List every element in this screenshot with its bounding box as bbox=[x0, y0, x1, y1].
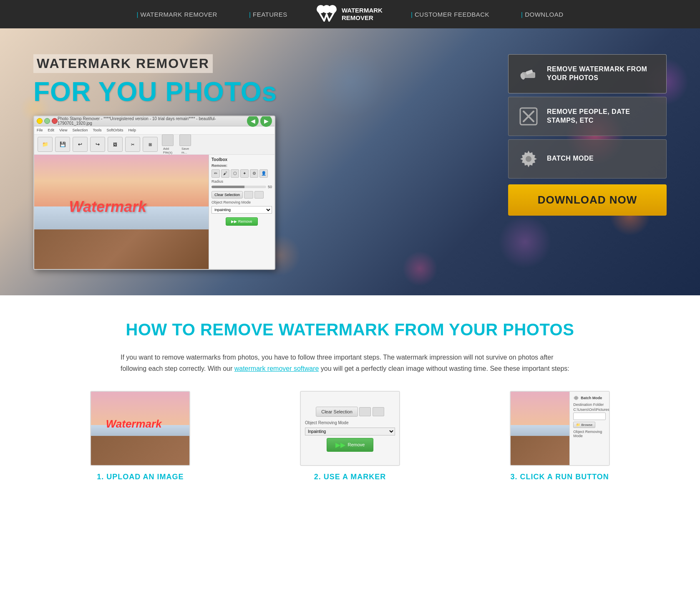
step2-icons-row bbox=[359, 407, 384, 416]
how-to-section: HOW TO REMOVE WATERMARK FROM YOUR PHOTOS… bbox=[0, 295, 700, 502]
toolbox-icon-btn2[interactable] bbox=[254, 191, 264, 199]
menu-tools[interactable]: Tools bbox=[93, 128, 101, 132]
app-titlebar: Photo Stamp Remover - ****Unregistered v… bbox=[34, 116, 274, 126]
toolbar-remove[interactable]: ✂ bbox=[125, 137, 140, 152]
step2-run-btn[interactable]: ▶▶ Remove bbox=[327, 438, 374, 452]
toolbar-save-as[interactable]: Savem... bbox=[178, 134, 193, 154]
feature-card-batch-mode[interactable]: BATCH MODE bbox=[508, 139, 667, 179]
app-screenshot: Photo Stamp Remover - ****Unregistered v… bbox=[33, 116, 275, 270]
toolbar-batch[interactable]: ⊞ bbox=[143, 137, 158, 152]
svg-point-10 bbox=[526, 156, 531, 162]
toolbox-btns-row: Clear Selection bbox=[212, 191, 272, 199]
browse-btn[interactable]: 📁 Browse bbox=[573, 422, 595, 428]
step2-btns-row: Clear Selection bbox=[316, 407, 384, 417]
radius-slider[interactable] bbox=[212, 186, 266, 188]
save-as-label: Savem... bbox=[181, 147, 189, 154]
run-arrow: ▶▶ bbox=[335, 441, 345, 449]
win-minimize[interactable] bbox=[37, 118, 43, 124]
toolbox-icon-btn1[interactable] bbox=[244, 191, 253, 199]
toolbar-add-files[interactable]: AddFile(s) bbox=[160, 134, 175, 154]
tool-brush[interactable]: 🖌 bbox=[221, 169, 229, 178]
menu-softorbits[interactable]: SoftOrbits bbox=[106, 128, 123, 132]
remove-btn[interactable]: ▶▶ Remove bbox=[226, 217, 257, 226]
feature-card-remove-watermark[interactable]: REMOVE WATERMARK FROMYOUR PHOTOS bbox=[508, 54, 667, 93]
step2-select[interactable]: Inpainting bbox=[305, 428, 395, 435]
logo-text: WATERMARK REMOVER bbox=[342, 7, 383, 22]
hero-title-small: WATERMARK REMOVER bbox=[33, 54, 213, 73]
step-2-label: 2. USE A MARKER bbox=[314, 473, 386, 481]
step3-photo bbox=[511, 392, 570, 465]
watermark-overlay: Watermark bbox=[69, 198, 146, 216]
step-3-label: 3. CLICK A RUN BUTTON bbox=[511, 473, 609, 481]
clear-selection-btn[interactable]: Clear Selection bbox=[212, 191, 243, 199]
hero-section: WATERMARK REMOVER FOR YOU PHOTOs Photo S… bbox=[0, 28, 700, 295]
step2-icon2 bbox=[373, 407, 384, 416]
menu-edit[interactable]: Edit bbox=[48, 128, 55, 132]
step1-rocks bbox=[91, 436, 189, 465]
toolbox-radius-row: 50 bbox=[212, 184, 272, 190]
win-maximize[interactable] bbox=[44, 118, 50, 124]
feature-text-remove-watermark: REMOVE WATERMARK FROMYOUR PHOTOS bbox=[547, 65, 647, 83]
tool-settings[interactable]: ⚙ bbox=[250, 169, 258, 178]
nav-features[interactable]: FEATURES bbox=[246, 9, 291, 20]
step2-obj-label: Object Removing Mode bbox=[305, 420, 349, 425]
hero-left: WATERMARK REMOVER FOR YOU PHOTOs Photo S… bbox=[33, 54, 483, 270]
dest-folder-path: C:\Users\Oni\Pictures bbox=[573, 408, 605, 412]
feature-text-batch-mode: BATCH MODE bbox=[547, 154, 594, 163]
step3-water bbox=[511, 425, 570, 436]
nav-download[interactable]: DOWNLOAD bbox=[518, 9, 567, 20]
canvas-rocks bbox=[34, 229, 209, 270]
menu-view[interactable]: View bbox=[59, 128, 67, 132]
app-toolbar: 📁 💾 ↩ ↪ 🖼 ✂ ⊞ AddFile(s) Savem... bbox=[34, 135, 274, 155]
step3-gear-icon bbox=[573, 395, 579, 401]
nav-customer-feedback[interactable]: CUSTOMER FEEDBACK bbox=[408, 9, 493, 20]
gear-icon bbox=[517, 147, 540, 171]
step2-clear-sel[interactable]: Clear Selection bbox=[316, 407, 358, 417]
app-title-text: Photo Stamp Remover - ****Unregistered v… bbox=[58, 116, 247, 126]
app-canvas: Watermark bbox=[34, 155, 209, 270]
tool-lasso[interactable]: ⬡ bbox=[231, 169, 239, 178]
navigation: WATERMARK REMOVER FEATURES WATERMARK REM… bbox=[0, 0, 700, 28]
step3-panel: Batch Mode Destination Folder C:\Users\O… bbox=[569, 392, 609, 465]
win-close[interactable] bbox=[52, 118, 58, 124]
toolbar-save[interactable]: 💾 bbox=[55, 137, 70, 152]
logo-icon bbox=[316, 5, 337, 23]
tool-magic[interactable]: ✦ bbox=[240, 169, 249, 178]
add-files-icon bbox=[162, 134, 174, 146]
watermark-remover-link[interactable]: watermark remover software bbox=[234, 365, 319, 372]
toolbar-original[interactable]: 🖼 bbox=[108, 137, 123, 152]
toolbox-title: Toolbox bbox=[212, 157, 272, 162]
step3-combined: Batch Mode Destination Folder C:\Users\O… bbox=[511, 392, 609, 465]
hero-content: WATERMARK REMOVER FOR YOU PHOTOs Photo S… bbox=[0, 38, 700, 287]
next-btn[interactable]: ▶ bbox=[260, 116, 272, 127]
toolbox-panel: Toolbox Remove: ✏ 🖌 ⬡ ✦ ⚙ 👤 Radius bbox=[209, 155, 274, 270]
how-to-highlight: REMOVE WATERMARK FROM YOUR PHOTOS bbox=[200, 320, 574, 339]
menu-selection[interactable]: Selection bbox=[72, 128, 88, 132]
download-now-btn[interactable]: DOWNLOAD NOW bbox=[508, 184, 667, 216]
prev-btn[interactable]: ◀ bbox=[247, 116, 259, 127]
menu-help[interactable]: Help bbox=[128, 128, 136, 132]
toolbar-undo[interactable]: ↩ bbox=[73, 137, 88, 152]
step2-panel: Clear Selection Object Removing Mode Inp… bbox=[301, 392, 399, 465]
feature-text-remove-people: REMOVE PEOPLE, DATESTAMPS, ETC bbox=[547, 108, 630, 125]
step-2-image: Clear Selection Object Removing Mode Inp… bbox=[300, 391, 400, 466]
step1-photo: Watermark bbox=[91, 392, 189, 465]
hero-title-large: FOR YOU PHOTOs bbox=[33, 76, 483, 107]
tool-pencil[interactable]: ✏ bbox=[212, 169, 220, 178]
toolbar-redo[interactable]: ↪ bbox=[90, 137, 105, 152]
feature-card-remove-people[interactable]: REMOVE PEOPLE, DATESTAMPS, ETC bbox=[508, 97, 667, 136]
object-mode-label: Object Removing Mode bbox=[212, 200, 272, 204]
toolbox-tools-row: ✏ 🖌 ⬡ ✦ ⚙ 👤 bbox=[212, 169, 272, 178]
app-menubar: File Edit View Selection Tools SoftOrbit… bbox=[34, 126, 274, 135]
run-label: Remove bbox=[348, 442, 365, 447]
nav-arrows: ◀ ▶ bbox=[247, 116, 272, 127]
toolbox-action-area: ▶▶ Remove bbox=[212, 217, 272, 226]
dest-folder-input[interactable] bbox=[573, 413, 605, 420]
inpainting-select[interactable]: Inpainting bbox=[212, 206, 272, 214]
nav-watermark-remover[interactable]: WATERMARK REMOVER bbox=[133, 9, 220, 20]
menu-file[interactable]: File bbox=[37, 128, 43, 132]
step-2: Clear Selection Object Removing Mode Inp… bbox=[252, 391, 449, 481]
step3-batch-row: Batch Mode bbox=[573, 395, 605, 401]
tool-person[interactable]: 👤 bbox=[259, 169, 268, 178]
toolbar-add[interactable]: 📁 bbox=[38, 137, 53, 152]
